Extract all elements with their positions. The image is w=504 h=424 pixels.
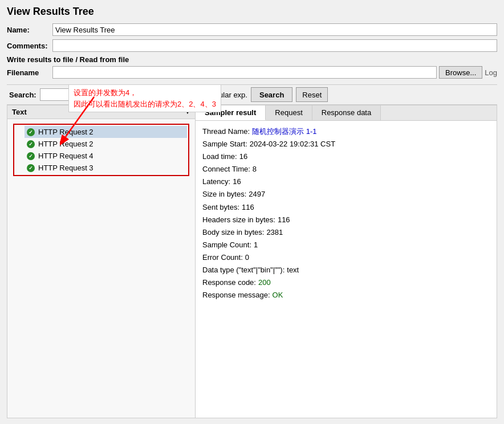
result-row: Response message: OK	[202, 289, 490, 301]
tree-item-label: HTTP Request 4	[38, 152, 94, 160]
search-button[interactable]: Search	[251, 87, 292, 102]
tree-list: ✓ HTTP Request 2 ✓ HTTP Request 2 ✓ HTTP…	[7, 119, 195, 181]
tree-item[interactable]: ✓ HTTP Request 4	[25, 150, 187, 162]
result-value: OK	[273, 289, 283, 301]
filename-input[interactable]	[52, 66, 437, 79]
tree-item-label: HTTP Request 2	[38, 140, 94, 148]
result-row: Connect Time: 8	[202, 163, 490, 176]
result-value: 1	[254, 239, 258, 251]
result-value: 2497	[249, 188, 265, 201]
selected-items-box: ✓ HTTP Request 2 ✓ HTTP Request 2 ✓ HTTP…	[13, 124, 189, 176]
result-row: Latency: 16	[202, 176, 490, 188]
result-key: Sent bytes:	[202, 201, 239, 214]
page-title: View Results Tree	[7, 6, 497, 18]
result-value: 116	[278, 214, 290, 226]
browse-button[interactable]: Browse...	[439, 66, 482, 79]
search-label: Search:	[9, 91, 36, 99]
filename-label: Filename	[7, 68, 52, 77]
result-value: 8	[253, 163, 257, 176]
result-row: Headers size in bytes: 116	[202, 214, 490, 226]
comments-input[interactable]	[52, 39, 497, 52]
tree-item[interactable]: ✓ HTTP Request 2	[25, 126, 187, 138]
name-label: Name:	[7, 26, 52, 34]
tree-item-label: HTTP Request 2	[38, 128, 94, 136]
result-key: Size in bytes:	[202, 188, 246, 201]
result-key: Connect Time:	[202, 163, 250, 176]
tab-response-data[interactable]: Response data	[312, 105, 381, 120]
result-key: Response message:	[202, 289, 270, 301]
result-row: Data type ("text"|"bin"|""): text	[202, 264, 490, 276]
success-icon: ✓	[27, 164, 35, 172]
result-value: 16	[239, 150, 247, 163]
result-key: Thread Name:	[202, 125, 250, 138]
result-value: 116	[242, 201, 254, 214]
result-row: Error Count: 0	[202, 251, 490, 264]
content-area: Text ▼ ✓ HTTP Request 2 ✓ HTTP Request 2…	[7, 105, 497, 418]
result-row: Sent bytes: 116	[202, 201, 490, 214]
success-icon: ✓	[27, 140, 35, 148]
result-row: Size in bytes: 2497	[202, 188, 490, 201]
result-key: Latency:	[202, 176, 230, 188]
tab-request[interactable]: Request	[266, 105, 312, 120]
result-content: Thread Name: 随机控制器演示 1-1 Sample Start: 2…	[196, 121, 497, 418]
result-value: 2381	[266, 226, 283, 239]
result-key: Response code:	[202, 276, 256, 289]
log-label: Log	[485, 68, 497, 77]
result-key: Error Count:	[202, 251, 243, 264]
result-value: 0	[245, 251, 249, 264]
tabs-bar: Sampler result Request Response data	[196, 105, 497, 121]
result-row: Sample Count: 1	[202, 239, 490, 251]
result-row: Load time: 16	[202, 150, 490, 163]
result-value: text	[287, 264, 299, 276]
right-panel: Sampler result Request Response data Thr…	[196, 105, 497, 418]
result-row: Response code: 200	[202, 276, 490, 289]
result-key: Data type ("text"|"bin"|""):	[202, 264, 284, 276]
write-results-label: Write results to file / Read from file	[7, 55, 497, 64]
tree-item[interactable]: ✓ HTTP Request 2	[25, 138, 187, 150]
reset-button[interactable]: Reset	[296, 87, 328, 102]
left-panel-title: Text	[12, 108, 27, 116]
left-panel: Text ▼ ✓ HTTP Request 2 ✓ HTTP Request 2…	[7, 105, 196, 418]
success-icon: ✓	[27, 152, 35, 160]
success-icon: ✓	[27, 128, 35, 136]
tree-item-label: HTTP Request 3	[38, 164, 94, 172]
result-key: Sample Count:	[202, 239, 251, 251]
name-input[interactable]	[52, 23, 497, 36]
result-key: Body size in bytes:	[202, 226, 264, 239]
result-value: 随机控制器演示 1-1	[252, 125, 316, 138]
result-row: Sample Start: 2024-03-22 19:02:31 CST	[202, 138, 490, 150]
result-value: 2024-03-22 19:02:31 CST	[250, 138, 335, 150]
result-key: Load time:	[202, 150, 237, 163]
result-key: Sample Start:	[202, 138, 247, 150]
comments-label: Comments:	[7, 42, 52, 50]
annotation-overlay: 设置的并发数为4， 因此可以看出随机发出的请求为2、2、4、3	[68, 84, 221, 112]
result-row: Body size in bytes: 2381	[202, 226, 490, 239]
annotation-text: 设置的并发数为4， 因此可以看出随机发出的请求为2、2、4、3	[68, 84, 221, 112]
result-value: 200	[258, 276, 271, 289]
result-value: 16	[233, 176, 241, 188]
result-key: Headers size in bytes:	[202, 214, 275, 226]
tree-item[interactable]: ✓ HTTP Request 3	[25, 162, 187, 174]
result-row: Thread Name: 随机控制器演示 1-1	[202, 125, 490, 138]
